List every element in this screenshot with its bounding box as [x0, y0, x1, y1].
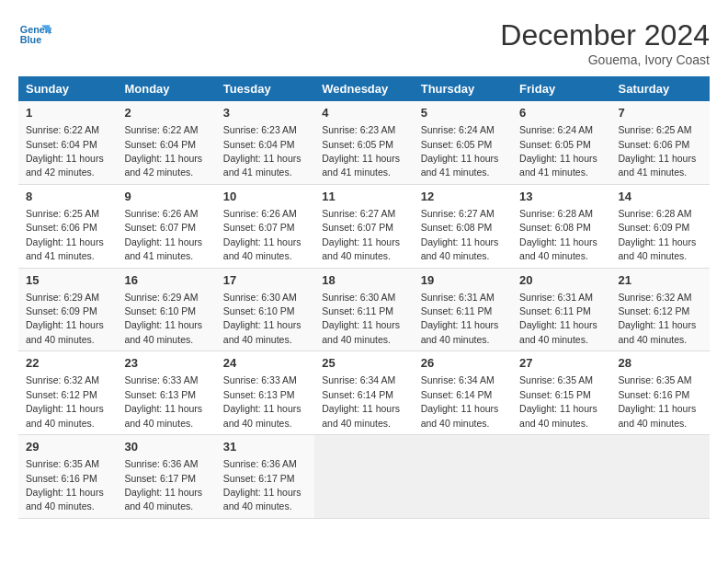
day-number: 29: [26, 439, 109, 455]
logo-icon: General Blue: [18, 18, 51, 52]
calendar-day-15: 15Sunrise: 6:29 AMSunset: 6:09 PMDayligh…: [18, 268, 117, 351]
calendar-day-17: 17Sunrise: 6:30 AMSunset: 6:10 PMDayligh…: [216, 268, 314, 351]
day-info: Sunrise: 6:35 AMSunset: 6:16 PMDaylight:…: [26, 458, 104, 511]
empty-cell: [611, 435, 710, 519]
location: Gouema, Ivory Coast: [500, 52, 710, 67]
calendar-day-27: 27Sunrise: 6:35 AMSunset: 6:15 PMDayligh…: [512, 351, 610, 435]
calendar-day-28: 28Sunrise: 6:35 AMSunset: 6:16 PMDayligh…: [611, 351, 710, 435]
day-number: 21: [619, 272, 702, 289]
calendar-day-3: 3Sunrise: 6:23 AMSunset: 6:04 PMDaylight…: [216, 101, 314, 184]
day-number: 20: [519, 272, 603, 289]
day-info: Sunrise: 6:24 AMSunset: 6:05 PMDaylight:…: [421, 124, 499, 178]
calendar-day-8: 8Sunrise: 6:25 AMSunset: 6:06 PMDaylight…: [18, 184, 117, 268]
day-number: 6: [519, 105, 603, 121]
title-block: December 2024 Gouema, Ivory Coast: [500, 18, 710, 67]
day-info: Sunrise: 6:22 AMSunset: 6:04 PMDaylight:…: [26, 124, 104, 178]
logo: General Blue: [18, 18, 55, 52]
day-number: 11: [322, 189, 405, 205]
day-number: 17: [223, 272, 307, 289]
day-info: Sunrise: 6:25 AMSunset: 6:06 PMDaylight:…: [619, 124, 697, 178]
calendar-day-19: 19Sunrise: 6:31 AMSunset: 6:11 PMDayligh…: [414, 268, 512, 351]
day-info: Sunrise: 6:22 AMSunset: 6:04 PMDaylight:…: [124, 124, 202, 178]
day-info: Sunrise: 6:23 AMSunset: 6:04 PMDaylight:…: [223, 124, 301, 178]
weekday-header-monday: Monday: [117, 76, 215, 101]
weekday-header-thursday: Thursday: [414, 76, 512, 101]
day-number: 23: [124, 355, 208, 372]
day-info: Sunrise: 6:35 AMSunset: 6:16 PMDaylight:…: [619, 374, 697, 428]
day-number: 1: [26, 105, 109, 121]
calendar-day-21: 21Sunrise: 6:32 AMSunset: 6:12 PMDayligh…: [611, 268, 710, 351]
calendar-day-12: 12Sunrise: 6:27 AMSunset: 6:08 PMDayligh…: [414, 184, 512, 268]
calendar-week-5: 29Sunrise: 6:35 AMSunset: 6:16 PMDayligh…: [18, 435, 710, 519]
day-info: Sunrise: 6:29 AMSunset: 6:09 PMDaylight:…: [26, 292, 104, 345]
day-info: Sunrise: 6:35 AMSunset: 6:15 PMDaylight:…: [519, 374, 597, 428]
day-info: Sunrise: 6:24 AMSunset: 6:05 PMDaylight:…: [519, 124, 597, 178]
weekday-header-sunday: Sunday: [18, 76, 117, 101]
day-number: 9: [124, 189, 208, 205]
empty-cell: [314, 435, 413, 519]
day-number: 18: [322, 272, 405, 289]
day-number: 13: [519, 189, 603, 205]
day-info: Sunrise: 6:26 AMSunset: 6:07 PMDaylight:…: [124, 208, 202, 261]
empty-cell: [512, 435, 610, 519]
calendar-table: SundayMondayTuesdayWednesdayThursdayFrid…: [18, 76, 710, 519]
calendar-day-23: 23Sunrise: 6:33 AMSunset: 6:13 PMDayligh…: [117, 351, 215, 435]
day-info: Sunrise: 6:25 AMSunset: 6:06 PMDaylight:…: [26, 208, 104, 261]
calendar-day-5: 5Sunrise: 6:24 AMSunset: 6:05 PMDaylight…: [414, 101, 512, 184]
day-info: Sunrise: 6:27 AMSunset: 6:08 PMDaylight:…: [421, 208, 499, 261]
calendar-week-4: 22Sunrise: 6:32 AMSunset: 6:12 PMDayligh…: [18, 351, 710, 435]
day-number: 14: [619, 189, 702, 205]
calendar-day-14: 14Sunrise: 6:28 AMSunset: 6:09 PMDayligh…: [611, 184, 710, 268]
day-number: 10: [223, 189, 307, 205]
day-info: Sunrise: 6:32 AMSunset: 6:12 PMDaylight:…: [619, 292, 697, 345]
weekday-header-tuesday: Tuesday: [216, 76, 314, 101]
empty-cell: [414, 435, 512, 519]
calendar-day-30: 30Sunrise: 6:36 AMSunset: 6:17 PMDayligh…: [117, 435, 215, 519]
day-number: 3: [223, 105, 307, 121]
weekday-header-wednesday: Wednesday: [314, 76, 413, 101]
day-info: Sunrise: 6:31 AMSunset: 6:11 PMDaylight:…: [519, 292, 597, 345]
day-number: 26: [421, 355, 505, 372]
calendar-day-22: 22Sunrise: 6:32 AMSunset: 6:12 PMDayligh…: [18, 351, 117, 435]
calendar-week-2: 8Sunrise: 6:25 AMSunset: 6:06 PMDaylight…: [18, 184, 710, 268]
day-info: Sunrise: 6:29 AMSunset: 6:10 PMDaylight:…: [124, 292, 202, 345]
weekday-header-saturday: Saturday: [611, 76, 710, 101]
calendar-day-9: 9Sunrise: 6:26 AMSunset: 6:07 PMDaylight…: [117, 184, 215, 268]
day-info: Sunrise: 6:32 AMSunset: 6:12 PMDaylight:…: [26, 374, 104, 428]
day-info: Sunrise: 6:31 AMSunset: 6:11 PMDaylight:…: [421, 292, 499, 345]
weekday-header-row: SundayMondayTuesdayWednesdayThursdayFrid…: [18, 76, 710, 101]
page-header: General Blue December 2024 Gouema, Ivory…: [18, 18, 710, 67]
calendar-day-18: 18Sunrise: 6:30 AMSunset: 6:11 PMDayligh…: [314, 268, 413, 351]
month-title: December 2024: [500, 18, 710, 52]
calendar-day-24: 24Sunrise: 6:33 AMSunset: 6:13 PMDayligh…: [216, 351, 314, 435]
calendar-day-2: 2Sunrise: 6:22 AMSunset: 6:04 PMDaylight…: [117, 101, 215, 184]
day-info: Sunrise: 6:30 AMSunset: 6:11 PMDaylight:…: [322, 292, 400, 345]
calendar-day-26: 26Sunrise: 6:34 AMSunset: 6:14 PMDayligh…: [414, 351, 512, 435]
day-number: 28: [619, 355, 702, 372]
calendar-day-1: 1Sunrise: 6:22 AMSunset: 6:04 PMDaylight…: [18, 101, 117, 184]
day-number: 19: [421, 272, 505, 289]
day-number: 31: [223, 439, 307, 455]
day-info: Sunrise: 6:23 AMSunset: 6:05 PMDaylight:…: [322, 124, 400, 178]
calendar-week-3: 15Sunrise: 6:29 AMSunset: 6:09 PMDayligh…: [18, 268, 710, 351]
day-number: 30: [124, 439, 208, 455]
calendar-day-10: 10Sunrise: 6:26 AMSunset: 6:07 PMDayligh…: [216, 184, 314, 268]
day-info: Sunrise: 6:28 AMSunset: 6:09 PMDaylight:…: [619, 208, 697, 261]
calendar-day-11: 11Sunrise: 6:27 AMSunset: 6:07 PMDayligh…: [314, 184, 413, 268]
calendar-day-20: 20Sunrise: 6:31 AMSunset: 6:11 PMDayligh…: [512, 268, 610, 351]
day-number: 12: [421, 189, 505, 205]
weekday-header-friday: Friday: [512, 76, 610, 101]
day-number: 22: [26, 355, 109, 372]
day-info: Sunrise: 6:36 AMSunset: 6:17 PMDaylight:…: [223, 458, 301, 511]
day-number: 16: [124, 272, 208, 289]
calendar-day-29: 29Sunrise: 6:35 AMSunset: 6:16 PMDayligh…: [18, 435, 117, 519]
day-info: Sunrise: 6:34 AMSunset: 6:14 PMDaylight:…: [421, 374, 499, 428]
day-info: Sunrise: 6:26 AMSunset: 6:07 PMDaylight:…: [223, 208, 301, 261]
day-info: Sunrise: 6:33 AMSunset: 6:13 PMDaylight:…: [124, 374, 202, 428]
day-number: 2: [124, 105, 208, 121]
day-number: 7: [619, 105, 702, 121]
day-info: Sunrise: 6:27 AMSunset: 6:07 PMDaylight:…: [322, 208, 400, 261]
day-info: Sunrise: 6:33 AMSunset: 6:13 PMDaylight:…: [223, 374, 301, 428]
day-info: Sunrise: 6:34 AMSunset: 6:14 PMDaylight:…: [322, 374, 400, 428]
calendar-day-7: 7Sunrise: 6:25 AMSunset: 6:06 PMDaylight…: [611, 101, 710, 184]
